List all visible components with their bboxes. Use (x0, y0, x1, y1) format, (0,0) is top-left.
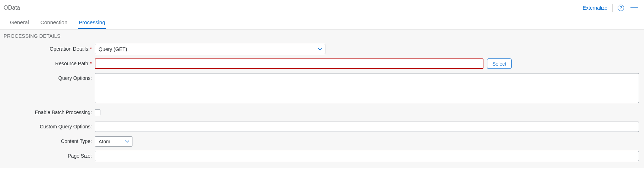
row-custom-query: Custom Query Options: (4, 122, 640, 132)
header-actions: Externalize ? — (583, 4, 638, 12)
label-custom-query: Custom Query Options: (4, 122, 95, 132)
minimize-icon[interactable]: — (630, 4, 638, 12)
label-resource-path: Resource Path:* (4, 58, 95, 68)
tab-general[interactable]: General (10, 19, 29, 29)
chevron-down-icon (318, 47, 322, 51)
required-icon: * (90, 61, 92, 66)
resource-path-input[interactable] (95, 58, 483, 69)
label-resource-path-text: Resource Path: (55, 61, 90, 66)
content-area: PROCESSING DETAILS Operation Details:* Q… (0, 29, 644, 168)
page-size-input[interactable] (95, 151, 639, 161)
help-icon[interactable]: ? (618, 5, 624, 11)
section-title: PROCESSING DETAILS (4, 33, 640, 39)
row-operation-details: Operation Details:* Query (GET) (4, 44, 640, 54)
page-title: OData (4, 5, 20, 11)
label-operation-details: Operation Details:* (4, 44, 95, 54)
select-button[interactable]: Select (487, 58, 512, 69)
label-page-size: Page Size: (4, 151, 95, 161)
required-icon: * (90, 46, 92, 52)
row-enable-batch: Enable Batch Processing: (4, 107, 640, 117)
label-operation-details-text: Operation Details: (49, 46, 89, 52)
externalize-link[interactable]: Externalize (583, 5, 607, 11)
tab-connection[interactable]: Connection (40, 19, 67, 29)
row-content-type: Content Type: Atom (4, 136, 640, 147)
row-page-size: Page Size: (4, 151, 640, 161)
enable-batch-checkbox[interactable] (95, 109, 100, 115)
operation-details-select[interactable]: Query (GET) (95, 44, 325, 54)
row-resource-path: Resource Path:* Select (4, 58, 640, 69)
label-enable-batch: Enable Batch Processing: (4, 107, 95, 117)
custom-query-input[interactable] (95, 122, 639, 132)
operation-details-value: Query (GET) (99, 46, 127, 52)
content-type-value: Atom (99, 139, 110, 144)
label-query-options: Query Options: (4, 73, 95, 83)
content-type-select[interactable]: Atom (95, 136, 132, 147)
row-query-options: Query Options: (4, 73, 640, 103)
divider (612, 4, 613, 12)
tab-processing[interactable]: Processing (79, 19, 105, 29)
chevron-down-icon (125, 139, 129, 144)
header: OData Externalize ? — (0, 0, 644, 12)
label-content-type: Content Type: (4, 136, 95, 146)
tabs: General Connection Processing (0, 12, 644, 29)
query-options-textarea[interactable] (95, 73, 639, 103)
